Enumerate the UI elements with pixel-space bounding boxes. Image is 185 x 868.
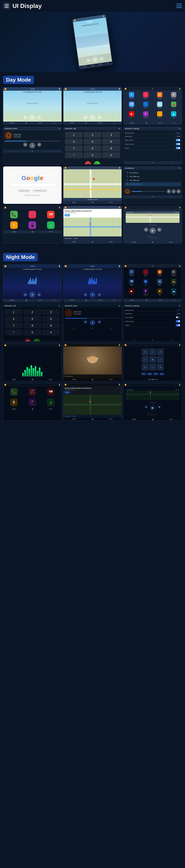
- google-lucky-btn[interactable]: I'm Feeling Lucky: [32, 189, 47, 192]
- arrow-up[interactable]: ↑: [149, 349, 156, 355]
- nav-go-btn[interactable]: GO: [64, 214, 121, 216]
- app-telegram[interactable]: ✈Telegram: [125, 92, 138, 101]
- arrow-down-right[interactable]: ↘: [157, 364, 164, 370]
- night-btn-2[interactable]: BTN: [147, 373, 152, 375]
- arrow-up-right[interactable]: ↗: [157, 349, 164, 355]
- night-call-btn-hash[interactable]: #: [42, 329, 60, 335]
- app-music[interactable]: ♪Music: [139, 92, 152, 101]
- night-bt-prev[interactable]: ⏮: [83, 320, 87, 324]
- night-bt-play[interactable]: ⏸: [89, 320, 96, 326]
- night-app-yt[interactable]: ▶YT: [125, 288, 138, 297]
- social-play[interactable]: ⏸: [171, 189, 176, 193]
- night-btn-3[interactable]: BTN: [153, 373, 158, 375]
- day-prev-1[interactable]: ⏮: [23, 115, 27, 120]
- night-call-btn-8[interactable]: 8: [23, 322, 41, 329]
- bt-power-toggle[interactable]: [176, 147, 180, 149]
- arrow-down[interactable]: ↓: [149, 364, 156, 370]
- night-btn-1[interactable]: BTN: [141, 373, 146, 375]
- np-prev[interactable]: ⏮: [144, 227, 148, 232]
- carplay-app2[interactable]: 📱: [28, 221, 36, 229]
- night-call-answer[interactable]: 📞: [34, 338, 40, 342]
- call-btn-7[interactable]: 7: [65, 145, 83, 151]
- night-bt-next[interactable]: ⏭: [98, 320, 102, 324]
- night-call-btn-0[interactable]: 0: [23, 329, 41, 335]
- carplay-maps[interactable]: 🗺: [47, 211, 55, 218]
- social-track-1[interactable]: 🎵 华乐_经典.mp3: [125, 171, 181, 175]
- arrow-down-left[interactable]: ↙: [142, 364, 149, 370]
- np-play[interactable]: ▶: [150, 227, 156, 234]
- night-call-btn-7[interactable]: 7: [5, 322, 23, 329]
- app-waze[interactable]: WWaze: [153, 102, 166, 111]
- night-np-next[interactable]: ⏭: [157, 405, 161, 409]
- day-prev-2[interactable]: ⏮: [83, 115, 87, 120]
- day-play-1[interactable]: ⏸: [29, 115, 35, 121]
- night-nav-go[interactable]: GO: [64, 391, 121, 394]
- night-carplay-podcast[interactable]: 🎙: [10, 399, 18, 406]
- day-bt-play[interactable]: ⏸: [29, 143, 35, 149]
- app-yt[interactable]: ▶YT: [125, 111, 138, 120]
- call-btn-9[interactable]: 9: [102, 145, 120, 151]
- night-app-photos[interactable]: 🌼Photos: [153, 269, 166, 278]
- social-track-3[interactable]: 🎵 华乐_经典3.mp3: [125, 179, 181, 182]
- night-carplay-phone[interactable]: 📞: [10, 388, 18, 396]
- night-app-podcast[interactable]: 🎙Podcast: [139, 288, 152, 297]
- arrow-up-left[interactable]: ↖: [142, 349, 149, 355]
- call-btn-1[interactable]: 1: [65, 132, 83, 138]
- call-btn-hash[interactable]: #: [102, 152, 120, 158]
- night-app-settings[interactable]: ⚙Settings: [167, 269, 180, 278]
- google-search-bar[interactable]: [9, 183, 56, 187]
- day-play-2[interactable]: ⏸: [89, 115, 96, 121]
- night-next-2[interactable]: ⏭: [98, 292, 102, 297]
- night-call-btn-star[interactable]: *: [5, 329, 23, 335]
- day-next-1[interactable]: ⏭: [37, 115, 41, 120]
- night-app-car[interactable]: 🚗Car: [167, 279, 180, 288]
- call-btn-0[interactable]: 0: [84, 152, 102, 158]
- hero-next-btn[interactable]: ⏭: [99, 56, 104, 61]
- carplay-podcast[interactable]: 🎙: [10, 221, 18, 229]
- night-auto-connect-toggle[interactable]: [176, 320, 180, 322]
- night-call-btn-5[interactable]: 5: [23, 316, 41, 322]
- call-btn-star[interactable]: *: [65, 152, 83, 158]
- app-app4[interactable]: ☁App: [167, 111, 180, 120]
- night-app-waze[interactable]: WWaze: [153, 279, 166, 288]
- app-photos[interactable]: 🌼Photos: [153, 92, 166, 101]
- night-next-1[interactable]: ⏭: [37, 292, 41, 297]
- night-app-maps[interactable]: 🗺Maps: [125, 279, 138, 288]
- day-next-2[interactable]: ⏭: [98, 115, 102, 120]
- nav-lines-icon[interactable]: [176, 4, 182, 8]
- night-play-1[interactable]: ⏸: [29, 292, 35, 298]
- night-np-play[interactable]: ▶: [150, 405, 156, 411]
- social-track-4[interactable]: 🎵 华乐_经典_好听.mp3: [125, 182, 181, 186]
- night-np-prev[interactable]: ⏮: [144, 405, 148, 409]
- night-prev-1[interactable]: ⏮: [23, 292, 27, 297]
- night-call-btn-6[interactable]: 6: [42, 316, 60, 322]
- call-btn-2[interactable]: 2: [84, 132, 102, 138]
- menu-icon[interactable]: [3, 2, 10, 9]
- call-btn-4[interactable]: 4: [65, 138, 83, 145]
- night-call-btn-4[interactable]: 4: [5, 316, 23, 322]
- call-btn-8[interactable]: 8: [84, 145, 102, 151]
- night-call-btn-1[interactable]: 1: [5, 309, 23, 315]
- carplay-music[interactable]: 🎵: [28, 211, 36, 218]
- night-app-music[interactable]: ♪Music: [139, 269, 152, 278]
- night-app4[interactable]: ☁App: [167, 288, 180, 297]
- bt-auto-connect-toggle[interactable]: [176, 143, 180, 145]
- arrow-left[interactable]: ←: [142, 356, 149, 363]
- night-power-toggle[interactable]: [176, 324, 180, 327]
- night-call-btn-9[interactable]: 9: [42, 322, 60, 329]
- call-answer-btn[interactable]: 📞: [94, 161, 100, 164]
- night-call-btn-2[interactable]: 2: [23, 309, 41, 315]
- np-next[interactable]: ⏭: [157, 227, 161, 232]
- app-app3[interactable]: ⚡App: [153, 111, 166, 120]
- carplay-spotify[interactable]: ♪: [47, 221, 55, 229]
- night-carplay-spotify[interactable]: ♪: [47, 399, 55, 406]
- carplay-phone[interactable]: 📞: [10, 211, 18, 218]
- night-call-btn-3[interactable]: 3: [42, 309, 60, 315]
- day-bt-next[interactable]: ⏭: [37, 143, 41, 147]
- night-prev-2[interactable]: ⏮: [83, 292, 87, 297]
- google-search-btn[interactable]: Google Search: [17, 189, 31, 192]
- night-auto-answer-toggle[interactable]: [176, 316, 180, 318]
- arrow-right[interactable]: →: [157, 356, 164, 363]
- day-bt-prev[interactable]: ⏮: [23, 143, 27, 147]
- social-prev[interactable]: ⏮: [167, 189, 171, 193]
